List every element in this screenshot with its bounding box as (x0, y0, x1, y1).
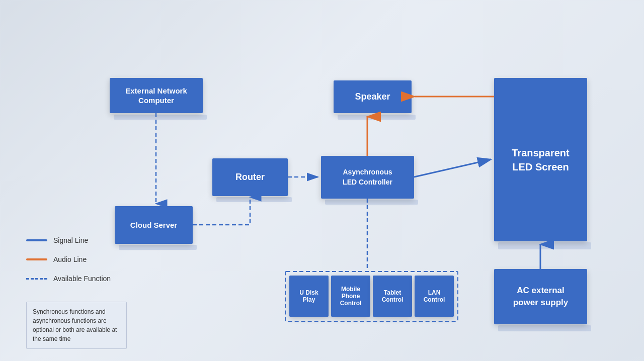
diagram-container: External Network Computer Cloud Server R… (0, 0, 644, 361)
speaker-box: Speaker (334, 80, 412, 113)
audio-line-label: Audio Line (53, 255, 87, 263)
router-label: Router (235, 172, 265, 183)
lan-control-box: LAN Control (415, 276, 454, 317)
ac-power-supply-box: AC external power supply (494, 269, 587, 324)
tc-label: Tablet Control (382, 289, 404, 303)
tls-label: Transparent LED Screen (512, 146, 569, 174)
cloud-server-box: Cloud Server (115, 206, 193, 244)
async-led-controller-box: Asynchronous LED Controller (321, 156, 414, 199)
tablet-control-box: Tablet Control (373, 276, 412, 317)
audio-line-icon (26, 258, 47, 260)
legend-note: Synchronous functions and asynchronous f… (26, 302, 127, 349)
avail-function-label: Available Function (53, 275, 111, 283)
speaker-label: Speaker (355, 92, 390, 102)
udisk-label: U Disk Play (299, 289, 318, 303)
signal-line-label: Signal Line (53, 236, 88, 244)
lc-label: LAN Control (424, 289, 445, 303)
speaker-shadow (338, 115, 416, 120)
enc-shadow (114, 115, 207, 120)
acps-label: AC external power supply (513, 285, 569, 309)
external-network-computer-box: External Network Computer (110, 78, 203, 113)
arrow-alc-to-tls (414, 159, 491, 177)
signal-line-icon (26, 239, 47, 241)
router-shadow (216, 197, 292, 202)
legend-avail: Available Function (26, 275, 111, 283)
legend-note-text: Synchronous functions and asynchronous f… (33, 308, 117, 342)
cs-label: Cloud Server (130, 221, 177, 229)
mpc-label: Mobile Phone Control (340, 286, 362, 307)
legend-signal: Signal Line (26, 236, 111, 244)
legend-audio: Audio Line (26, 255, 111, 263)
dashed-line-icon (26, 278, 47, 280)
transparent-led-screen-box: Transparent LED Screen (494, 78, 587, 241)
legend: Signal Line Audio Line Available Functio… (26, 236, 111, 294)
udisk-box: U Disk Play (289, 276, 329, 317)
router-box: Router (212, 158, 288, 196)
mobile-phone-control-box: Mobile Phone Control (331, 276, 370, 317)
enc-label: External Network Computer (125, 86, 187, 106)
tls-shadow (498, 242, 591, 249)
acps-shadow (498, 325, 591, 331)
alc-shadow (325, 200, 418, 205)
cs-shadow (119, 245, 197, 250)
alc-label: Asynchronous LED Controller (343, 167, 392, 187)
